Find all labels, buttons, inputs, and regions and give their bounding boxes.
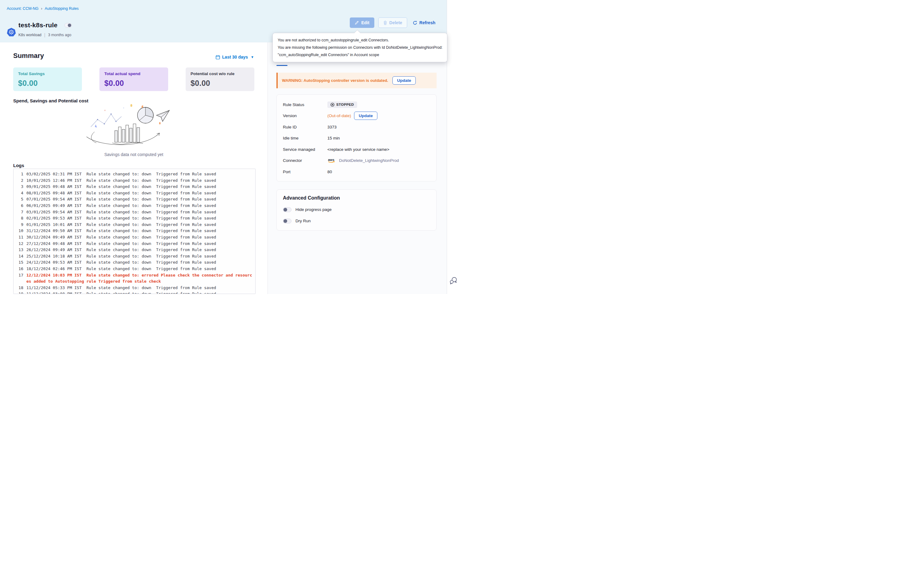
- date-range-picker[interactable]: Last 30 days ▼: [216, 55, 254, 60]
- log-line: 1712/12/2024 10:03 PM IST Rule state cha…: [15, 272, 253, 285]
- version-row: Version (Out-of-date) Update: [283, 110, 430, 122]
- version-out-of-date: (Out-of-date): [327, 113, 351, 118]
- subtitle-divider: |: [44, 32, 45, 37]
- svg-text:aws: aws: [328, 158, 334, 162]
- log-line: 802/01/2025 09:53 AM IST Rule state chan…: [15, 215, 253, 222]
- connector-row: Connector aws DoNotDelete_LightwingNonPr…: [283, 155, 430, 166]
- advanced-configuration-heading: Advanced Configuration: [283, 195, 430, 201]
- log-line: 1326/12/2024 09:49 AM IST Rule state cha…: [15, 247, 253, 253]
- rule-subtitle: K8s workload | 3 months ago: [18, 32, 71, 37]
- logs-box[interactable]: 103/02/2025 02:31 PM IST Rule state chan…: [13, 169, 256, 294]
- potential-cost-label: Potential cost w/o rule: [191, 71, 249, 76]
- rule-id-value: 3373: [327, 125, 337, 129]
- log-line: 1031/12/2024 09:50 AM IST Rule state cha…: [15, 228, 253, 234]
- breadcrumb-autostopping-link[interactable]: AutoStopping Rules: [45, 6, 79, 11]
- rule-enable-toggle-knob: [68, 24, 71, 27]
- service-managed-label: Service managed: [283, 147, 327, 152]
- permission-tooltip: You are not authorized to ccm_autostoppi…: [272, 33, 447, 62]
- breadcrumb-separator: ›: [41, 6, 42, 11]
- idle-time-label: Idle time: [283, 136, 327, 141]
- rule-status-label: Rule Status: [283, 102, 327, 107]
- refresh-button[interactable]: Refresh: [411, 18, 437, 28]
- tab-active-underline: [277, 65, 288, 66]
- log-line: 309/01/2025 09:48 AM IST Rule state chan…: [15, 184, 253, 190]
- date-range-label: Last 30 days: [222, 55, 248, 60]
- edit-button[interactable]: Edit: [350, 18, 374, 28]
- port-label: Port: [283, 170, 327, 174]
- log-line: 606/01/2025 09:49 AM IST Rule state chan…: [15, 203, 253, 209]
- log-line: 1130/12/2024 09:49 AM IST Rule state cha…: [15, 234, 253, 241]
- delete-button-label: Delete: [389, 20, 402, 25]
- total-spend-card: Total actual spend $0.00: [99, 68, 168, 91]
- trash-icon: [383, 21, 387, 25]
- potential-cost-card: Potential cost w/o rule $0.00: [186, 68, 254, 91]
- advanced-configuration-card: Advanced Configuration Hide progress pag…: [277, 189, 437, 231]
- log-line: 408/01/2025 09:48 AM IST Rule state chan…: [15, 190, 253, 197]
- idle-time-row: Idle time 15 min: [283, 133, 430, 144]
- dry-run-toggle-knob: [283, 219, 287, 223]
- log-line: 1227/12/2024 09:48 AM IST Rule state cha…: [15, 241, 253, 247]
- autostopping-rule-page: Account: CCM-NG › AutoStopping Rules tes…: [0, 0, 459, 294]
- details-panel: Details WARNING: AutoStopping controller…: [267, 42, 447, 294]
- pencil-icon: [355, 21, 359, 25]
- hide-progress-toggle-row[interactable]: Hide progress page: [283, 207, 430, 212]
- logs-heading: Logs: [13, 163, 24, 168]
- summary-heading: Summary: [13, 52, 44, 60]
- empty-chart-illustration: [85, 103, 171, 152]
- status-badge: STOPPED: [327, 102, 357, 108]
- chart-heading: Spend, Savings and Potential cost: [13, 98, 88, 103]
- chat-support-icon[interactable]: [449, 276, 457, 285]
- hide-progress-label: Hide progress page: [295, 207, 332, 212]
- breadcrumb-account-link[interactable]: Account: CCM-NG: [7, 6, 39, 11]
- total-spend-value: $0.00: [104, 79, 163, 88]
- version-label: Version: [283, 113, 327, 118]
- rule-details-card: Rule Status STOPPED Version (Out-of-date…: [277, 94, 437, 181]
- rule-enable-toggle[interactable]: [65, 23, 72, 27]
- status-badge-text: STOPPED: [336, 103, 354, 107]
- hide-progress-toggle[interactable]: [283, 207, 291, 212]
- log-line: 1425/12/2024 10:18 AM IST Rule state cha…: [15, 253, 253, 260]
- port-value: 80: [327, 170, 332, 174]
- refresh-icon: [413, 21, 417, 25]
- chevron-down-icon: ▼: [251, 55, 254, 59]
- log-line: 210/01/2025 12:46 PM IST Rule state chan…: [15, 178, 253, 184]
- delete-button[interactable]: Delete: [378, 18, 407, 28]
- port-row: Port 80: [283, 166, 430, 178]
- controller-update-button[interactable]: Update: [392, 76, 416, 85]
- refresh-button-label: Refresh: [419, 20, 436, 25]
- log-line: 103/02/2025 02:31 PM IST Rule state chan…: [15, 171, 253, 178]
- tooltip-line-3: "ccm_autoStoppingRule_edit Connectors" i…: [278, 51, 442, 58]
- service-managed-row: Service managed <replace with your servi…: [283, 144, 430, 155]
- log-line: 1811/12/2024 05:33 PM IST Rule state cha…: [15, 285, 253, 291]
- total-savings-label: Total Savings: [18, 71, 77, 76]
- dry-run-toggle-row[interactable]: Dry Run: [283, 218, 430, 223]
- dry-run-label: Dry Run: [295, 218, 311, 223]
- tooltip-line-2: You are missing the following permission…: [278, 44, 442, 51]
- idle-time-value: 15 min: [327, 136, 340, 141]
- calendar-icon: [216, 55, 220, 60]
- controller-warning-banner: WARNING: AutoStopping controller version…: [277, 73, 437, 88]
- tooltip-line-1: You are not authorized to ccm_autostoppi…: [278, 37, 442, 44]
- controller-warning-text: WARNING: AutoStopping controller version…: [282, 78, 388, 83]
- header-actions: Edit Delete Refresh: [350, 18, 437, 28]
- potential-cost-value: $0.00: [191, 79, 249, 88]
- last-updated: 3 months ago: [48, 33, 71, 37]
- version-update-button[interactable]: Update: [354, 111, 377, 120]
- summary-column: Summary Last 30 days ▼ Total Savings $0.…: [0, 42, 267, 294]
- help-rail: [447, 0, 459, 294]
- empty-chart-caption: Savings data not computed yet: [0, 152, 267, 157]
- rule-id-row: Rule ID 3373: [283, 121, 430, 133]
- log-line: 507/01/2025 09:54 AM IST Rule state chan…: [15, 196, 253, 203]
- edit-button-label: Edit: [361, 20, 369, 25]
- page-title: test-k8s-rule: [18, 21, 57, 29]
- service-managed-value: <replace with your service name>: [327, 147, 389, 152]
- log-line: 1911/12/2024 03:00 PM IST Rule state cha…: [15, 291, 253, 294]
- connector-value[interactable]: DoNotDelete_LightwingNonProd: [339, 158, 399, 163]
- dry-run-toggle[interactable]: [283, 218, 291, 223]
- kubernetes-icon: [7, 27, 16, 37]
- log-line: 901/01/2025 10:01 AM IST Rule state chan…: [15, 222, 253, 228]
- summary-cards: Total Savings $0.00 Total actual spend $…: [13, 68, 254, 91]
- workload-type: K8s workload: [18, 33, 41, 37]
- total-savings-card: Total Savings $0.00: [13, 68, 82, 91]
- breadcrumb: Account: CCM-NG › AutoStopping Rules: [7, 6, 79, 11]
